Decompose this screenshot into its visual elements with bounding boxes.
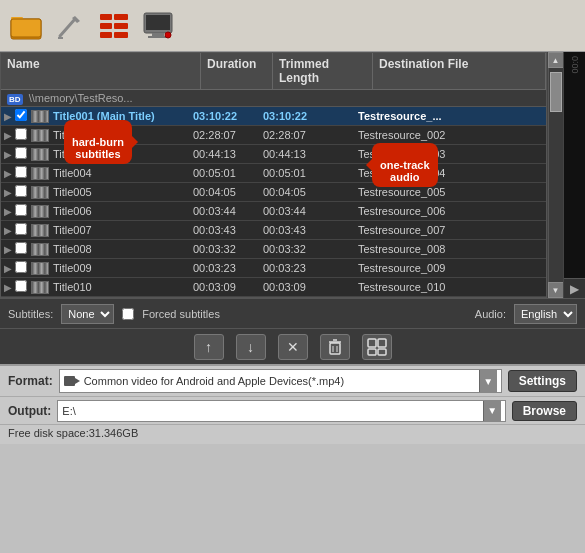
- split-icon: [367, 338, 387, 356]
- open-folder-button[interactable]: [8, 8, 44, 44]
- preview-time: 00:0: [570, 56, 580, 74]
- row-expand-9[interactable]: ▶: [1, 282, 15, 293]
- table-row[interactable]: ▶ Title010 00:03:09 00:03:09 Testresourc…: [1, 278, 546, 297]
- row-trimmed-0: 03:10:22: [259, 107, 354, 125]
- table-row[interactable]: ▶ Title003 00:44:13 00:44:13 Testresourc…: [1, 145, 546, 164]
- split-button[interactable]: [362, 334, 392, 360]
- row-name-2: Title003: [49, 145, 189, 163]
- table-row[interactable]: ▶ Title004 00:05:01 00:05:01 Testresourc…: [1, 164, 546, 183]
- toolbar: [0, 0, 585, 52]
- row-trimmed-3: 00:05:01: [259, 164, 354, 182]
- subtitles-select[interactable]: None: [61, 304, 114, 324]
- row-name-1: Title002: [49, 126, 189, 144]
- row-checkbox-4[interactable]: [15, 185, 31, 200]
- output-value: E:\: [62, 405, 482, 417]
- row-film-icon-5: [31, 205, 49, 218]
- browse-button[interactable]: Browse: [512, 401, 577, 421]
- table-row[interactable]: ▶ Title006 00:03:44 00:03:44 Testresourc…: [1, 202, 546, 221]
- row-film-icon-1: [31, 129, 49, 142]
- row-expand-0[interactable]: ▶: [1, 111, 15, 122]
- output-dropdown-arrow[interactable]: ▼: [483, 401, 501, 421]
- output-input-wrap[interactable]: E:\ ▼: [57, 400, 505, 422]
- row-trimmed-9: 00:03:09: [259, 278, 354, 296]
- row-checkbox-8[interactable]: [15, 261, 31, 276]
- table-row[interactable]: ▶ Title007 00:03:43 00:03:43 Testresourc…: [1, 221, 546, 240]
- svg-rect-18: [330, 343, 340, 354]
- row-film-icon-4: [31, 186, 49, 199]
- audio-select[interactable]: English: [514, 304, 577, 324]
- svg-rect-25: [368, 349, 376, 355]
- table-row[interactable]: ▶ Title008 00:03:32 00:03:32 Testresourc…: [1, 240, 546, 259]
- row-expand-4[interactable]: ▶: [1, 187, 15, 198]
- remove-button[interactable]: ✕: [278, 334, 308, 360]
- row-expand-1[interactable]: ▶: [1, 130, 15, 141]
- row-checkbox-9[interactable]: [15, 280, 31, 295]
- row-trimmed-1: 02:28:07: [259, 126, 354, 144]
- monitor-button[interactable]: [140, 8, 176, 44]
- row-film-icon-8: [31, 262, 49, 275]
- row-expand-3[interactable]: ▶: [1, 168, 15, 179]
- row-name-4: Title005: [49, 183, 189, 201]
- svg-line-3: [60, 19, 75, 36]
- output-label: Output:: [8, 404, 51, 418]
- row-dest-5: Testresource_006: [354, 202, 546, 220]
- row-trimmed-2: 00:44:13: [259, 145, 354, 163]
- row-checkbox-5[interactable]: [15, 204, 31, 219]
- format-select-wrap[interactable]: Common video for Android and Apple Devic…: [59, 369, 502, 393]
- row-expand-2[interactable]: ▶: [1, 149, 15, 160]
- row-checkbox-6[interactable]: [15, 223, 31, 238]
- row-film-icon-6: [31, 224, 49, 237]
- row-checkbox-7[interactable]: [15, 242, 31, 257]
- row-duration-9: 00:03:09: [189, 278, 259, 296]
- svg-rect-14: [152, 33, 164, 36]
- row-dest-6: Testresource_007: [354, 221, 546, 239]
- row-expand-5[interactable]: ▶: [1, 206, 15, 217]
- scroll-up-button[interactable]: ▲: [548, 52, 564, 68]
- table-row[interactable]: ▶ Title005 00:04:05 00:04:05 Testresourc…: [1, 183, 546, 202]
- col-duration-header: Duration: [207, 57, 256, 71]
- move-up-button[interactable]: ↑: [194, 334, 224, 360]
- scroll-down-button[interactable]: ▼: [548, 282, 564, 298]
- col-name-header: Name: [7, 57, 40, 71]
- row-dest-4: Testresource_005: [354, 183, 546, 201]
- scroll-track[interactable]: [549, 68, 563, 282]
- table-row[interactable]: ▶ Title009 00:03:23 00:03:23 Testresourc…: [1, 259, 546, 278]
- row-expand-8[interactable]: ▶: [1, 263, 15, 274]
- row-checkbox-2[interactable]: [15, 147, 31, 162]
- svg-rect-7: [114, 14, 128, 20]
- row-duration-0: 03:10:22: [189, 107, 259, 125]
- preview-play-button[interactable]: ▶: [564, 278, 585, 298]
- row-name-8: Title009: [49, 259, 189, 277]
- row-expand-6[interactable]: ▶: [1, 225, 15, 236]
- row-film-icon-2: [31, 148, 49, 161]
- row-dest-7: Testresource_008: [354, 240, 546, 258]
- table-row[interactable]: ▶ Title002 02:28:07 02:28:07 Testresourc…: [1, 126, 546, 145]
- svg-rect-23: [368, 339, 376, 347]
- row-duration-4: 00:04:05: [189, 183, 259, 201]
- row-duration-2: 00:44:13: [189, 145, 259, 163]
- row-checkbox-3[interactable]: [15, 166, 31, 181]
- settings-button[interactable]: Settings: [508, 370, 577, 392]
- delete-button[interactable]: [320, 334, 350, 360]
- scroll-thumb[interactable]: [550, 72, 562, 112]
- table-row[interactable]: ▶ Title001 (Main Title) 03:10:22 03:10:2…: [1, 107, 546, 126]
- format-video-icon: [64, 374, 80, 388]
- row-name-6: Title007: [49, 221, 189, 239]
- row-checkbox-0[interactable]: [15, 109, 31, 124]
- row-expand-7[interactable]: ▶: [1, 244, 15, 255]
- table-body: ▶ Title001 (Main Title) 03:10:22 03:10:2…: [1, 107, 546, 297]
- row-checkbox-1[interactable]: [15, 128, 31, 143]
- move-down-button[interactable]: ↓: [236, 334, 266, 360]
- format-label: Format:: [8, 374, 53, 388]
- format-dropdown-arrow[interactable]: ▼: [479, 370, 497, 392]
- scrollbar[interactable]: ▲ ▼: [547, 52, 563, 298]
- action-row: ↑ ↓ ✕: [0, 328, 585, 364]
- trash-icon: [326, 338, 344, 356]
- diskspace-text: Free disk space:31.346GB: [8, 427, 138, 439]
- table-header: Name Duration Trimmed Length Destination…: [1, 53, 546, 90]
- row-trimmed-7: 00:03:32: [259, 240, 354, 258]
- edit-button[interactable]: [52, 8, 88, 44]
- list-view-button[interactable]: [96, 8, 132, 44]
- row-dest-0: Testresource_...: [354, 107, 546, 125]
- forced-subtitles-checkbox[interactable]: [122, 308, 134, 320]
